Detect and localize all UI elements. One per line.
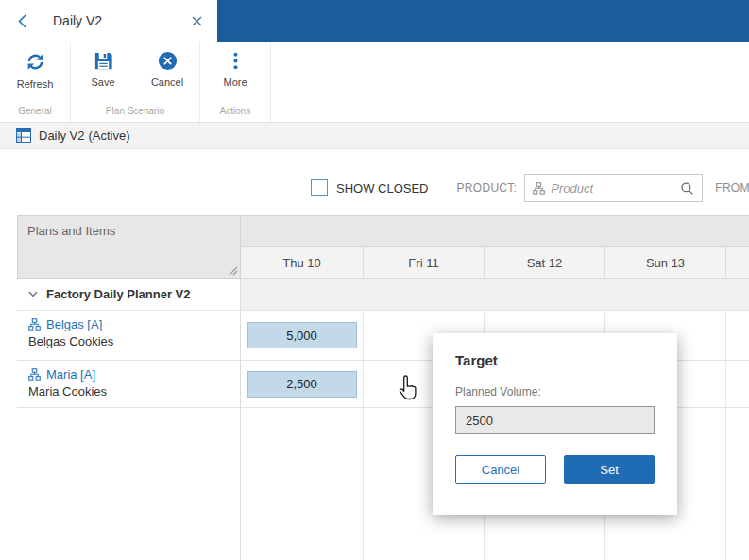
column-header-sun-13[interactable]: Sun 13 bbox=[605, 247, 726, 279]
plan-title: Daily V2 bbox=[39, 128, 84, 143]
chevron-left-icon bbox=[18, 14, 26, 28]
column-header-fri-11[interactable]: Fri 11 bbox=[364, 247, 485, 279]
group-row-toggle[interactable]: Factory Daily Planner V2 bbox=[17, 279, 241, 311]
group-row: Factory Daily Planner V2 bbox=[17, 279, 749, 311]
cancel-icon bbox=[157, 50, 179, 72]
grid-corner-header[interactable]: Plans and Items bbox=[17, 215, 241, 279]
cancel-button[interactable]: Cancel bbox=[139, 50, 196, 88]
ribbon-group-general: Refresh General bbox=[0, 42, 71, 122]
save-label: Save bbox=[91, 76, 114, 88]
column-header-thu-10[interactable]: Thu 10 bbox=[241, 247, 364, 279]
show-closed-label: SHOW CLOSED bbox=[336, 181, 429, 195]
more-icon bbox=[225, 50, 247, 72]
planned-volume-label: Planned Volume: bbox=[455, 385, 655, 399]
save-button[interactable]: Save bbox=[75, 50, 131, 88]
chevron-down-icon bbox=[28, 291, 38, 297]
planned-volume-input[interactable] bbox=[455, 406, 655, 434]
column-header-partial bbox=[726, 247, 749, 279]
back-button[interactable] bbox=[0, 0, 43, 42]
item-subtitle-belgas: Belgas Cookies bbox=[28, 334, 230, 348]
cell-belgas-partial bbox=[726, 311, 749, 361]
group-row-label: Factory Daily Planner V2 bbox=[46, 287, 190, 301]
cell-maria-thu10[interactable]: 2,500 bbox=[241, 361, 364, 408]
refresh-button[interactable]: Refresh bbox=[7, 50, 63, 90]
grid-header-right: Thu 10 Fri 11 Sat 12 Sun 13 bbox=[241, 215, 749, 279]
product-icon bbox=[28, 318, 41, 331]
ribbon-toolbar: Refresh General Save bbox=[0, 42, 749, 123]
ribbon-group-actions: More Actions bbox=[200, 42, 271, 122]
filler-col-partial bbox=[726, 408, 749, 560]
ribbon-group-label-general: General bbox=[0, 104, 70, 122]
filter-row: SHOW CLOSED PRODUCT: FROM bbox=[311, 174, 749, 202]
target-dialog: Target Planned Volume: Cancel Set bbox=[433, 333, 677, 515]
product-icon bbox=[28, 368, 41, 381]
tab-daily-v2[interactable]: Daily V2 bbox=[43, 0, 217, 42]
corner-header-label: Plans and Items bbox=[27, 224, 115, 238]
from-filter-label: FROM bbox=[715, 181, 749, 195]
dialog-cancel-button[interactable]: Cancel bbox=[455, 455, 546, 484]
planned-value-chip-belgas[interactable]: 5,000 bbox=[247, 322, 357, 348]
resize-grip-icon[interactable] bbox=[229, 266, 238, 276]
product-search-box[interactable] bbox=[524, 174, 703, 202]
item-subtitle-maria: Maria Cookies bbox=[28, 384, 230, 399]
dialog-title: Target bbox=[455, 352, 655, 368]
more-label: More bbox=[223, 76, 247, 88]
tab-title: Daily V2 bbox=[53, 13, 102, 28]
plan-status: (Active) bbox=[88, 128, 129, 143]
search-icon[interactable] bbox=[680, 181, 694, 195]
more-button[interactable]: More bbox=[207, 50, 264, 88]
show-closed-checkbox[interactable] bbox=[311, 179, 328, 196]
column-header-sat-12[interactable]: Sat 12 bbox=[485, 247, 605, 279]
save-icon bbox=[93, 50, 114, 72]
tab-bar: Daily V2 bbox=[0, 0, 749, 42]
group-row-data-band bbox=[241, 279, 749, 311]
grid-day-header-row: Thu 10 Fri 11 Sat 12 Sun 13 bbox=[241, 247, 749, 279]
ribbon-group-label-actions: Actions bbox=[200, 104, 270, 122]
row-label-belgas: Belgas [A] Belgas Cookies bbox=[17, 311, 241, 361]
filler-label-column bbox=[17, 408, 241, 560]
plan-title-bar: Daily V2 (Active) bbox=[0, 123, 749, 149]
product-filter-label: PRODUCT: bbox=[457, 181, 518, 195]
product-icon bbox=[533, 182, 545, 195]
product-search-input[interactable] bbox=[551, 181, 674, 195]
grid-header-row: Plans and Items Thu 10 Fri 11 Sat 12 Sun… bbox=[17, 215, 749, 279]
refresh-label: Refresh bbox=[17, 78, 54, 90]
ribbon-group-plan-scenario: Save Cancel Plan Scenario bbox=[71, 42, 200, 122]
refresh-icon bbox=[24, 50, 47, 74]
filler-col-thu10 bbox=[241, 408, 364, 560]
cell-maria-partial bbox=[726, 361, 749, 408]
item-link-belgas[interactable]: Belgas [A] bbox=[46, 317, 102, 331]
dialog-button-row: Cancel Set bbox=[455, 455, 655, 484]
tab-close-icon[interactable] bbox=[192, 16, 202, 26]
row-label-maria: Maria [A] Maria Cookies bbox=[17, 361, 241, 408]
topbar-fill bbox=[217, 0, 749, 42]
planned-value-chip-maria[interactable]: 2,500 bbox=[247, 371, 357, 398]
dialog-set-button[interactable]: Set bbox=[564, 455, 655, 484]
cell-belgas-thu10[interactable]: 5,000 bbox=[241, 311, 364, 361]
ribbon-group-label-plan-scenario: Plan Scenario bbox=[71, 104, 199, 122]
plan-grid-icon bbox=[16, 128, 31, 143]
grid-header-band bbox=[241, 215, 749, 247]
cancel-label: Cancel bbox=[151, 76, 183, 88]
item-link-maria[interactable]: Maria [A] bbox=[46, 367, 95, 382]
